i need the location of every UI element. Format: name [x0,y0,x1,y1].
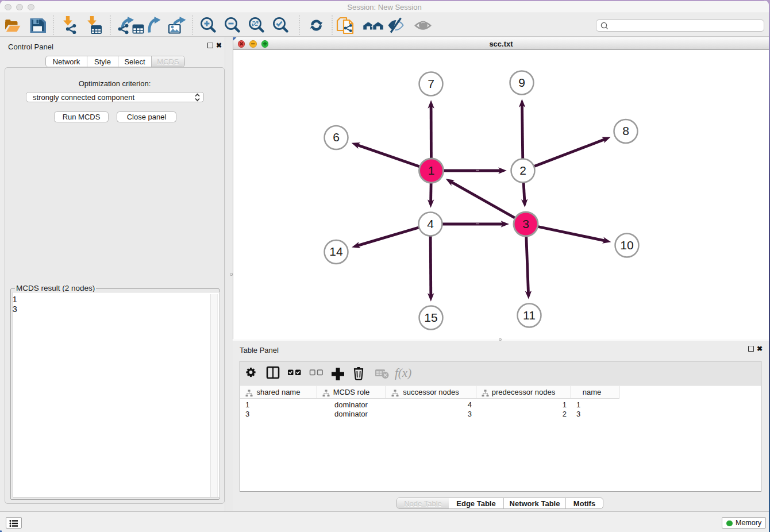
svg-text:7: 7 [428,77,434,90]
svg-text:11: 11 [523,309,536,322]
svg-text:15: 15 [424,311,437,324]
svg-text:f(x): f(x) [395,366,411,380]
svg-text:4: 4 [427,217,434,230]
svg-text:8: 8 [622,124,629,137]
svg-text:14: 14 [329,245,343,258]
svg-text:1: 1 [428,164,435,177]
svg-text:10: 10 [620,238,633,252]
svg-text:9: 9 [518,76,525,89]
svg-text:6: 6 [333,130,340,144]
svg-text:2: 2 [519,164,526,177]
svg-text:3: 3 [522,217,529,230]
